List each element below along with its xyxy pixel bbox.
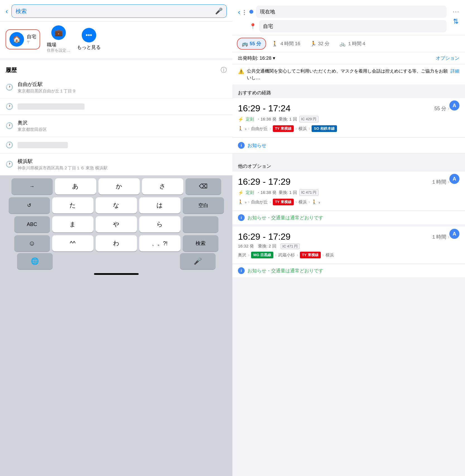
key-arrow[interactable]: →	[11, 178, 53, 194]
route-avatar: A	[449, 100, 459, 110]
tab-walk-label: ４時間 16	[280, 40, 300, 47]
transfers: 乗換: 1 回	[279, 117, 297, 122]
route-duration: 55 分 ›	[434, 105, 449, 112]
back-button-right[interactable]: ‹	[238, 8, 240, 16]
list-item[interactable]: 🕐 自由が丘駅 東京都目黒区自由が丘１丁目９	[0, 76, 232, 98]
arrow-icon: ›	[269, 126, 271, 131]
tab-run[interactable]: 🏃 32 分	[306, 38, 334, 49]
clock-icon: 🕐	[6, 122, 13, 129]
right-panel: ‹ 現在地 📍 自宅 … ⇅ 🚌 55 分	[232, 0, 465, 476]
notice-icon-2: i	[238, 214, 245, 221]
list-item[interactable]: 🕐	[0, 137, 232, 153]
list-item[interactable]: 🕐 奥沢 東京都世田谷区	[0, 115, 232, 137]
stop1: 自由が丘	[251, 199, 268, 205]
more-menu-button[interactable]: …	[452, 6, 459, 14]
origin-row: 現在地	[249, 6, 447, 18]
key-undo[interactable]: ↺	[9, 197, 50, 213]
destination-row: 📍 自宅	[249, 20, 447, 32]
notice-text: お知らせ	[247, 142, 266, 149]
route-time: 16:29 - 17:29	[238, 232, 291, 242]
departure-time[interactable]: 出発時刻: 16:28 ▾	[238, 55, 275, 61]
arrow-icon: ›	[295, 199, 297, 205]
more-label: もっと見る	[77, 44, 101, 51]
arrow-icon: ›	[309, 199, 310, 205]
key-emoji[interactable]: ☺	[14, 235, 50, 251]
route-time: 16:29 - 17:24	[238, 103, 291, 114]
warning-detail-link[interactable]: 詳細	[450, 68, 459, 74]
key-search-btn[interactable]: 検索	[183, 235, 218, 251]
back-button-left[interactable]: ‹	[6, 7, 8, 16]
more-quick-item[interactable]: ••• もっと見る	[77, 28, 101, 51]
key-ra[interactable]: ら	[139, 216, 180, 232]
routes-container: おすすめの経路 16:29 - 17:24 55 分 › ⚡ 定刻 ・16:	[232, 85, 465, 476]
tab-bike[interactable]: 🚲 １時間４	[335, 38, 371, 49]
notice-card-2[interactable]: i お知らせ・交通量は通常どおりです	[232, 211, 465, 224]
notice-text-2: お知らせ・交通量は通常どおりです	[247, 215, 323, 221]
left-panel: ‹ 🎤 🏠 自宅 〒 💼 職場 住所を設定… ••• もっと見る 履歴	[0, 0, 232, 476]
list-item[interactable]: 🕐 横浜駅 神奈川県横浜市西区高島２丁目１６ 東急 横浜駅	[0, 153, 232, 176]
key-delete[interactable]: ⌫	[185, 178, 221, 194]
keyboard-row-1: → あ か さ ⌫	[2, 178, 231, 194]
key-ta[interactable]: た	[52, 197, 93, 213]
workplace-icon: 💼	[51, 25, 66, 40]
notice-icon: i	[238, 142, 245, 149]
connector-dot	[244, 10, 245, 11]
swap-button[interactable]: ⇅	[453, 18, 459, 25]
key-globe[interactable]: 🌐	[17, 253, 53, 269]
line-badge-mg: MG 目黒線	[251, 252, 273, 258]
history-addr: 東京都目黒区自由が丘１丁目９	[18, 88, 76, 94]
history-name: 横浜駅	[18, 158, 108, 165]
key-search[interactable]	[183, 216, 218, 232]
key-ka[interactable]: か	[98, 178, 140, 194]
route-card-other-2[interactable]: 16:29 - 17:29 １時間 › 16:32 発 乗換: 2 回 IC 4…	[232, 227, 465, 263]
key-ya[interactable]: や	[96, 216, 137, 232]
route-card-other-1[interactable]: 16:29 - 17:29 １時間 › ⚡ 定刻 ・16:38 発 乗換: 1 …	[232, 172, 465, 210]
route-card-recommended[interactable]: 16:29 - 17:24 55 分 › ⚡ 定刻 ・16:38 発 乗換: 1…	[232, 98, 465, 137]
schedule-label: 定刻	[246, 190, 254, 195]
search-input-wrapper[interactable]: 🎤	[11, 4, 227, 18]
recommended-section-header: おすすめの経路	[232, 85, 465, 98]
search-bar: ‹ 🎤	[0, 0, 232, 21]
keyboard: → あ か さ ⌫ ↺ た な は 空白 ABC ま や ら	[0, 176, 232, 253]
origin-input[interactable]: 現在地	[256, 6, 447, 18]
key-wa[interactable]: わ	[96, 235, 137, 251]
depart-time: ・16:38 発	[256, 190, 276, 195]
duration-text: 55 分	[434, 105, 446, 112]
tab-transit[interactable]: 🚌 55 分	[237, 38, 266, 50]
notice-card-3[interactable]: i お知らせ・交通量は通常どおりです	[232, 264, 465, 277]
tab-walk[interactable]: 🚶 ４時間 16	[267, 38, 305, 49]
history-addr: 東京都世田谷区	[18, 127, 47, 132]
key-a[interactable]: あ	[55, 178, 96, 194]
redacted-text	[18, 104, 85, 110]
key-sa[interactable]: さ	[142, 178, 183, 194]
options-link[interactable]: オプション	[436, 55, 459, 61]
home-quick-item[interactable]: 🏠 自宅 〒	[6, 29, 40, 49]
key-abc[interactable]: ABC	[14, 216, 50, 232]
key-space[interactable]: 空白	[183, 197, 224, 213]
arrow-icon: ›	[248, 126, 249, 131]
key-ma[interactable]: ま	[52, 216, 93, 232]
info-icon[interactable]: ⓘ	[221, 66, 227, 74]
workplace-quick-item[interactable]: 💼 職場 住所を設定…	[47, 25, 70, 53]
stop2: 横浜	[326, 253, 334, 258]
home-sublabel: 〒	[27, 40, 36, 45]
notice-card[interactable]: i お知らせ	[232, 137, 465, 153]
key-punc[interactable]: 、。?!	[139, 235, 180, 251]
duration-text: １時間	[431, 179, 446, 185]
list-item[interactable]: 🕐	[0, 98, 232, 115]
mic-icon[interactable]: 🎤	[215, 8, 223, 15]
key-ha[interactable]: は	[139, 197, 180, 213]
walk-num: ₉	[245, 127, 246, 131]
walk-icon: 🚶	[272, 41, 278, 47]
quick-access-row: 🏠 自宅 〒 💼 職場 住所を設定… ••• もっと見る	[0, 21, 232, 58]
keyboard-row-3: ABC ま や ら	[2, 216, 231, 232]
history-text: 横浜駅 神奈川県横浜市西区高島２丁目１６ 東急 横浜駅	[18, 158, 108, 171]
key-na[interactable]: な	[96, 197, 137, 213]
destination-input[interactable]: 自宅	[259, 20, 447, 32]
history-section: 履歴 ⓘ	[0, 58, 232, 76]
keyboard-bottom-row: 🌐 🎤	[0, 253, 232, 271]
key-nn[interactable]: ^^	[52, 235, 93, 251]
key-mic[interactable]: 🎤	[180, 253, 216, 269]
arrow-icon: ›	[295, 126, 297, 131]
search-input[interactable]	[16, 8, 213, 15]
